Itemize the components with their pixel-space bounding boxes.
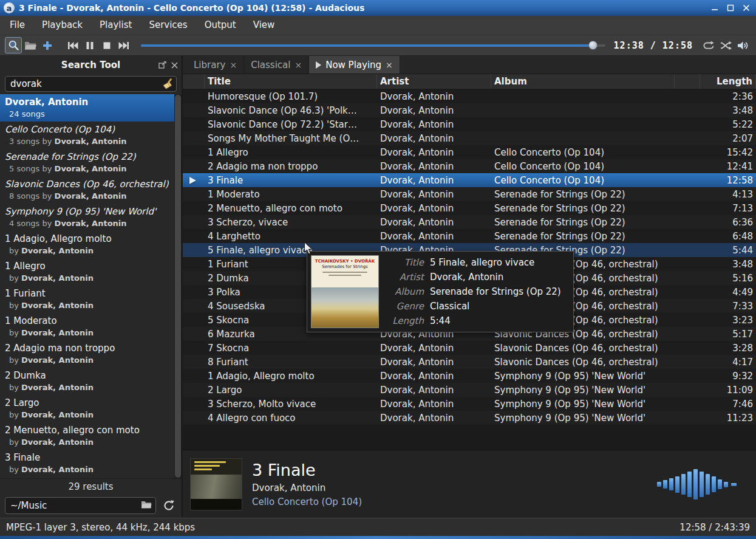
table-row[interactable]: 2 Menuetto, allegro con moto Dvorak, Ant… <box>183 201 756 215</box>
column-blank[interactable] <box>675 74 700 89</box>
table-row[interactable]: 3 Scherzo, vivace Dvorak, Antonin Serena… <box>183 215 756 229</box>
menu-item[interactable]: View <box>245 16 284 35</box>
table-row[interactable]: 1 Moderato Dvorak, Antonin Serenade for … <box>183 187 756 201</box>
search-result-item[interactable]: 3 Finale by Dvorak, Antonin <box>0 450 182 477</box>
table-row[interactable]: 3 Finale Dvorak, Antonin Cello Concerto … <box>183 173 756 187</box>
menu-item[interactable]: Output <box>196 16 245 35</box>
volume-icon <box>737 40 749 51</box>
table-row[interactable]: 2 Largo Dvorak, Antonin Symphony 9 (Op 9… <box>183 383 756 397</box>
refresh-library-icon[interactable] <box>161 498 177 513</box>
table-row[interactable]: 4 Allegro con fuoco Dvorak, Antonin Symp… <box>183 411 756 425</box>
table-row[interactable]: 1 Allegro Dvorak, Antonin Cello Concerto… <box>183 145 756 159</box>
minimize-button[interactable] <box>710 3 720 13</box>
search-tool-button[interactable] <box>5 37 22 53</box>
search-result-item[interactable]: 2 Menuetto, allegro con moto by Dvorak, … <box>0 422 182 450</box>
column-artist[interactable]: Artist <box>377 74 491 89</box>
sidebar-scrollbar[interactable] <box>174 94 182 478</box>
search-input[interactable] <box>5 76 177 92</box>
choose-folder-icon[interactable] <box>141 500 153 511</box>
column-indicator <box>183 74 205 89</box>
volume-button[interactable] <box>734 37 751 53</box>
next-button[interactable] <box>115 37 132 53</box>
column-title[interactable]: Title <box>205 74 377 89</box>
search-result-item[interactable]: 1 Moderato by Dvorak, Antonin <box>0 313 182 340</box>
cell-artist: Dvorak, Antonin <box>377 397 491 411</box>
search-result-item[interactable]: Slavonic Dances (Op 46, orchestral) 8 so… <box>0 176 182 204</box>
cell-album: Symphony 9 (Op 95) 'New World' <box>491 383 675 397</box>
search-result-item[interactable]: 1 Adagio, Allegro molto by Dvorak, Anton… <box>0 231 182 258</box>
result-subtitle: by Dvorak, Antonin <box>5 410 177 420</box>
search-result-item[interactable]: 2 Adagio ma non troppo by Dvorak, Antoni… <box>0 340 182 368</box>
cell-artist: Dvorak, Antonin <box>377 229 491 243</box>
menu-item[interactable]: Playlist <box>91 16 140 35</box>
table-row[interactable]: Slavonic Dance (Op 72.2) 'Star… Dvorak, … <box>183 117 756 131</box>
previous-button[interactable] <box>64 37 81 53</box>
cell-length: 3:23 <box>700 313 756 327</box>
table-row[interactable]: Humoresque (Op 101.7) Dvorak, Antonin 2:… <box>183 89 756 103</box>
search-result-item[interactable]: Dvorak, Antonin 24 songs <box>0 94 182 122</box>
result-title: Slavonic Dances (Op 46, orchestral) <box>5 178 177 191</box>
table-row[interactable]: Slavonic Dance (Op 46.3) 'Polk… Dvorak, … <box>183 103 756 117</box>
table-row[interactable]: Songs My Mother Taught Me (O… Dvorak, An… <box>183 131 756 145</box>
table-row[interactable]: 3 Scherzo, Molto vivace Dvorak, Antonin … <box>183 397 756 411</box>
close-button[interactable] <box>741 3 751 13</box>
search-result-item[interactable]: 2 Largo by Dvorak, Antonin <box>0 395 182 422</box>
detach-panel-icon[interactable] <box>158 61 166 69</box>
cell-title: 3 Scherzo, vivace <box>205 215 377 229</box>
add-icon <box>42 40 53 51</box>
result-title: 1 Allegro <box>5 260 177 273</box>
cell-length: 4:13 <box>700 187 756 201</box>
search-result-item[interactable]: 2 Dumka by Dvorak, Antonin <box>0 368 182 395</box>
result-title: 1 Adagio, Allegro molto <box>5 233 177 245</box>
search-result-item[interactable]: Cello Concerto (Op 104) 3 songs by Dvora… <box>0 122 182 149</box>
table-row[interactable]: 1 Adagio, Allegro molto Dvorak, Antonin … <box>183 369 756 383</box>
table-row[interactable]: 4 Larghetto Dvorak, Antonin Serenade for… <box>183 229 756 243</box>
cell-artist: Dvorak, Antonin <box>377 355 491 369</box>
tab-close-icon[interactable]: × <box>230 61 237 69</box>
table-row[interactable]: 8 Furiant Dvorak, Antonin Slavonic Dance… <box>183 355 756 369</box>
cell-album <box>491 103 675 117</box>
column-length[interactable]: Length <box>700 74 756 89</box>
tab-close-icon[interactable]: × <box>386 61 393 69</box>
open-files-button[interactable] <box>22 37 39 53</box>
menu-item[interactable]: Services <box>140 16 196 35</box>
seek-handle[interactable] <box>588 41 598 50</box>
playlist-time-info: 12:58 / 2:43:39 <box>679 522 750 533</box>
stop-button[interactable] <box>98 37 115 53</box>
playlist-tab[interactable]: Library × <box>187 56 244 74</box>
menu-item[interactable]: File <box>1 16 33 35</box>
column-album[interactable]: Album <box>491 74 675 89</box>
playlist-tab[interactable]: Classical × <box>244 56 309 74</box>
titlebar[interactable]: a 3 Finale - Dvorak, Antonin - Cello Con… <box>0 0 756 16</box>
table-row[interactable]: 7 Skocna Dvorak, Antonin Slavonic Dances… <box>183 341 756 355</box>
maximize-button[interactable] <box>726 3 735 13</box>
cell-title: 4 Larghetto <box>205 229 377 243</box>
search-result-item[interactable]: Serenade for Strings (Op 22) 5 songs by … <box>0 149 182 176</box>
search-result-item[interactable]: Symphony 9 (Op 95) 'New World' 4 songs b… <box>0 204 182 231</box>
search-result-item[interactable]: 1 Furiant by Dvorak, Antonin <box>0 286 182 313</box>
table-row[interactable]: 2 Adagio ma non troppo Dvorak, Antonin C… <box>183 159 756 173</box>
seek-slider[interactable] <box>141 37 605 53</box>
app-icon: a <box>4 2 15 13</box>
cell-length: 5:17 <box>700 327 756 341</box>
cell-length: 2:07 <box>700 131 756 145</box>
search-result-item[interactable]: 1 Allegro by Dvorak, Antonin <box>0 258 182 286</box>
pause-button[interactable] <box>81 37 98 53</box>
playlist-tab[interactable]: Now Playing × <box>309 56 400 74</box>
cell-album: Serenade for Strings (Op 22) <box>491 229 675 243</box>
result-title: Serenade for Strings (Op 22) <box>5 151 177 163</box>
tab-close-icon[interactable]: × <box>295 61 302 69</box>
repeat-button[interactable] <box>700 37 717 53</box>
library-path-input[interactable] <box>5 497 156 514</box>
clear-search-broom-icon[interactable] <box>162 78 174 90</box>
add-files-button[interactable] <box>39 37 56 53</box>
time-display: 12:38 / 12:58 <box>614 40 693 51</box>
audacious-window: a 3 Finale - Dvorak, Antonin - Cello Con… <box>0 0 756 539</box>
shuffle-button[interactable] <box>717 37 734 53</box>
menu-item[interactable]: Playback <box>33 16 91 35</box>
sidebar-scrollbar-thumb[interactable] <box>175 95 181 478</box>
cell-album <box>491 89 675 103</box>
cell-title: Songs My Mother Taught Me (O… <box>205 131 377 145</box>
playing-indicator-cell <box>183 369 205 383</box>
close-panel-icon[interactable] <box>171 62 178 69</box>
